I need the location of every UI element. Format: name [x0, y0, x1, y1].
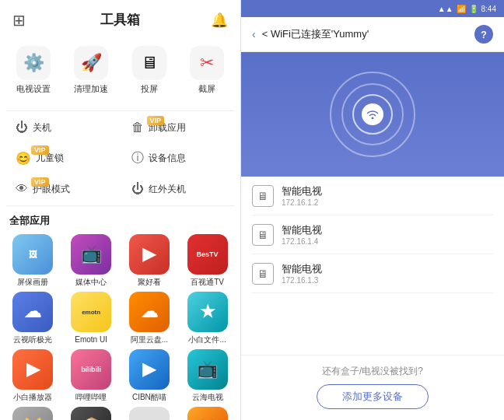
app-media-center[interactable]: 📺 媒体中心 — [65, 234, 118, 287]
right-header: ‹ < WiFi已连接至'Yummy' ? — [241, 17, 504, 52]
bottom-section: 还有盒子/电视没被找到? 添加更多设备 — [241, 355, 504, 420]
app-cibn-icon: ▶ — [129, 349, 170, 390]
app-gallery-label: 屏保画册 — [17, 278, 48, 287]
device-info-button[interactable]: ⓘ 设备信息 — [122, 144, 235, 173]
remote-off-label: 红外关机 — [149, 183, 186, 196]
device-tv-icon-2: 🖥 — [252, 263, 274, 285]
app-xiaobai-file-icon: ★ — [187, 292, 228, 332]
uninstall-button[interactable]: VIP 🗑 卸载应用 — [122, 114, 235, 141]
child-lock-button[interactable]: VIP 😊 儿童锁 — [6, 144, 119, 173]
back-button[interactable]: ‹ — [252, 28, 256, 40]
left-header: ⊞ 工具箱 🔔 — [0, 0, 240, 37]
bell-icon[interactable]: 🔔 — [211, 12, 228, 29]
all-apps-title: 全部应用 — [0, 209, 240, 231]
device-info-2: 智能电视 172.16.1.3 — [282, 262, 322, 285]
device-name-0: 智能电视 — [282, 184, 322, 198]
device-ip-1: 172.16.1.4 — [282, 237, 322, 246]
app-aliyun-label: 阿里云盘... — [131, 335, 168, 345]
app-emotn[interactable]: emotn Emotn UI — [65, 292, 118, 345]
screenshot-label: 截屏 — [198, 83, 215, 95]
help-icon: ? — [481, 29, 487, 40]
power-icon: ⏻ — [16, 121, 28, 135]
eye-icon: 👁 — [16, 182, 28, 196]
app-emotn-icon: emotn — [71, 292, 111, 332]
left-panel: ⊞ 工具箱 🔔 ⚙️ 电视设置 🚀 清理加速 🖥 投屏 ✂ 截屏 ⏻ 关机 VI… — [0, 0, 241, 420]
app-yunhai[interactable]: 📺 云海电视 — [180, 349, 234, 402]
wifi-center-icon — [362, 103, 383, 125]
tv-settings-button[interactable]: ⚙️ 电视设置 — [6, 40, 61, 101]
app-white[interactable] — [123, 407, 177, 420]
app-xiaobai-label: 小白播放器 — [13, 393, 52, 402]
app-bestv-icon: BesTV — [187, 234, 228, 275]
add-device-button[interactable]: 添加更多设备 — [317, 384, 429, 409]
device-name-1: 智能电视 — [282, 223, 322, 237]
app-xiaobai-file-label: 小白文件... — [188, 335, 226, 345]
device-info-1: 智能电视 172.16.1.4 — [282, 223, 322, 246]
device-item-2[interactable]: 🖥 智能电视 172.16.1.3 — [252, 254, 493, 293]
device-list: 🖥 智能电视 172.16.1.2 🖥 智能电视 172.16.1.4 🖥 智能… — [241, 177, 504, 355]
add-device-label: 添加更多设备 — [342, 390, 403, 402]
wifi-status-icon: ▲▲ — [438, 5, 453, 13]
status-bar: ▲▲ 📶 🔋 8:44 — [241, 0, 504, 17]
help-button[interactable]: ? — [474, 25, 493, 44]
page-title: 工具箱 — [100, 11, 140, 29]
device-tv-icon-1: 🖥 — [252, 224, 274, 246]
device-ip-2: 172.16.1.3 — [282, 276, 322, 285]
app-aliyun-icon: ☁ — [129, 292, 170, 332]
app-emotn-label: Emotn UI — [75, 335, 107, 345]
time-display: 8:44 — [481, 5, 496, 13]
power-button[interactable]: ⏻ 关机 — [6, 114, 119, 141]
battery-icon: 🔋 — [469, 5, 478, 13]
child-lock-icon: 😊 — [16, 151, 31, 166]
wifi-connection-title: < WiFi已连接至'Yummy' — [262, 27, 468, 41]
app-gallery[interactable]: 🖼 屏保画册 — [6, 234, 60, 287]
vip-badge-3: VIP — [31, 177, 49, 187]
app-white-icon — [129, 407, 170, 420]
app-bestv[interactable]: BesTV 百视通TV — [180, 234, 234, 287]
app-brat-icon: 🐱 — [12, 407, 53, 420]
app-media-label: 媒体中心 — [75, 278, 107, 287]
quick-actions-grid: ⏻ 关机 VIP 🗑 卸载应用 VIP 😊 儿童锁 ⓘ 设备信息 VIP 👁 护… — [0, 114, 240, 202]
top-icons-grid: ⚙️ 电视设置 🚀 清理加速 🖥 投屏 ✂ 截屏 — [0, 37, 240, 107]
app-xiaobai[interactable]: ▶ 小白播放器 — [6, 349, 60, 402]
app-media-icon: 📺 — [71, 234, 111, 275]
app-juhao-icon: ▶ — [129, 234, 170, 275]
app-aliyun[interactable]: ☁ 阿里云盘... — [123, 292, 177, 345]
app-brat[interactable]: 🐱 Brat — [6, 407, 60, 420]
apps-grid: 🖼 屏保画册 📺 媒体中心 ▶ 聚好看 BesTV 百视通TV ☁ 云视听极光 … — [0, 231, 240, 420]
device-tv-icon-0: 🖥 — [252, 185, 274, 207]
app-xiaobai-file[interactable]: ★ 小白文件... — [180, 292, 234, 345]
app-bilibili[interactable]: bilibili 哔哩哔哩 — [65, 349, 118, 402]
app-yunshi-icon: ☁ — [12, 292, 53, 332]
cast-button[interactable]: 🖥 投屏 — [122, 40, 177, 101]
app-game[interactable]: 🎮 — [180, 407, 234, 420]
wifi-rings — [330, 72, 415, 157]
app-cibn-label: CIBN酷喵 — [132, 393, 166, 402]
remote-icon: ⏻ — [131, 182, 144, 196]
signal-icon: 📶 — [457, 5, 466, 13]
remote-off-button[interactable]: ⏻ 红外关机 — [122, 176, 235, 202]
clean-button[interactable]: 🚀 清理加速 — [64, 40, 118, 101]
device-item-1[interactable]: 🖥 智能电视 172.16.1.4 — [252, 215, 493, 254]
cast-icon: 🖥 — [132, 46, 166, 80]
right-panel: ▲▲ 📶 🔋 8:44 ‹ < WiFi已连接至'Yummy' ? — [241, 0, 504, 420]
screenshot-button[interactable]: ✂ 截屏 — [180, 40, 234, 101]
app-bestv-label: 百视通TV — [191, 278, 224, 287]
scissors-icon: ✂ — [190, 46, 224, 80]
tv-settings-label: 电视设置 — [16, 83, 51, 95]
app-juhao[interactable]: ▶ 聚好看 — [123, 234, 177, 287]
app-box[interactable]: 📦 — [65, 407, 118, 420]
clean-icon: 🚀 — [74, 46, 108, 80]
status-icons: ▲▲ 📶 🔋 8:44 — [438, 5, 496, 13]
app-yunshi[interactable]: ☁ 云视听极光 — [6, 292, 60, 345]
wifi-visual-area — [241, 52, 504, 177]
app-bilibili-label: 哔哩哔哩 — [75, 393, 107, 402]
app-gallery-icon: 🖼 — [12, 234, 53, 275]
clean-label: 清理加速 — [74, 83, 108, 95]
cast-label: 投屏 — [141, 83, 158, 95]
app-cibn[interactable]: ▶ CIBN酷喵 — [123, 349, 177, 402]
toolbar-icon: ⊞ — [12, 11, 26, 30]
app-bilibili-icon: bilibili — [71, 349, 111, 390]
device-item-0[interactable]: 🖥 智能电视 172.16.1.2 — [252, 177, 493, 215]
eye-mode-button[interactable]: VIP 👁 护眼模式 — [6, 176, 119, 202]
